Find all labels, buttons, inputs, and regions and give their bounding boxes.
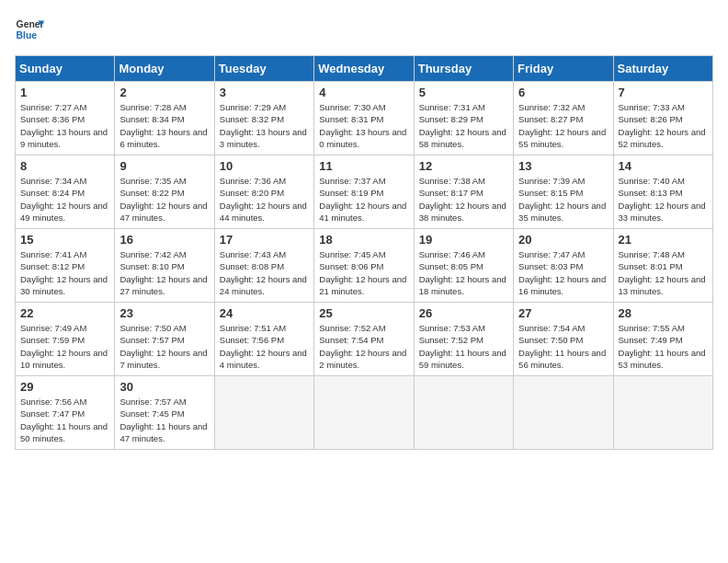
day-number: 21 <box>619 233 708 247</box>
calendar-week-row: 1Sunrise: 7:27 AMSunset: 8:36 PMDaylight… <box>16 82 713 155</box>
calendar-day: 20Sunrise: 7:47 AMSunset: 8:03 PMDayligh… <box>514 229 613 303</box>
day-number: 3 <box>220 86 309 99</box>
calendar-day: 29Sunrise: 7:56 AMSunset: 7:47 PMDayligh… <box>16 376 115 450</box>
day-number: 10 <box>220 159 309 173</box>
day-info: Sunrise: 7:46 AMSunset: 8:05 PMDaylight:… <box>419 248 508 297</box>
calendar-day: 26Sunrise: 7:53 AMSunset: 7:52 PMDayligh… <box>414 303 513 376</box>
day-number: 14 <box>619 159 708 173</box>
calendar-day: 2Sunrise: 7:28 AMSunset: 8:34 PMDaylight… <box>115 82 214 155</box>
day-number: 12 <box>419 159 508 173</box>
day-info: Sunrise: 7:28 AMSunset: 8:34 PMDaylight:… <box>119 101 209 150</box>
calendar-week-row: 15Sunrise: 7:41 AMSunset: 8:12 PMDayligh… <box>16 229 713 303</box>
day-info: Sunrise: 7:48 AMSunset: 8:01 PMDaylight:… <box>619 248 708 297</box>
day-info: Sunrise: 7:30 AMSunset: 8:31 PMDaylight:… <box>319 101 408 150</box>
svg-text:Blue: Blue <box>17 30 38 40</box>
calendar-day: 14Sunrise: 7:40 AMSunset: 8:13 PMDayligh… <box>613 155 712 229</box>
calendar-day: 17Sunrise: 7:43 AMSunset: 8:08 PMDayligh… <box>214 229 313 303</box>
day-number: 18 <box>319 233 408 247</box>
day-info: Sunrise: 7:56 AMSunset: 7:47 PMDaylight:… <box>20 396 109 444</box>
weekday-header: Sunday <box>16 56 115 82</box>
calendar-day: 19Sunrise: 7:46 AMSunset: 8:05 PMDayligh… <box>414 229 513 303</box>
day-number: 5 <box>419 86 508 99</box>
calendar-day: 1Sunrise: 7:27 AMSunset: 8:36 PMDaylight… <box>16 82 115 155</box>
calendar-day <box>314 376 414 450</box>
calendar-day: 4Sunrise: 7:30 AMSunset: 8:31 PMDaylight… <box>314 82 414 155</box>
calendar-day: 10Sunrise: 7:36 AMSunset: 8:20 PMDayligh… <box>214 155 313 229</box>
day-number: 11 <box>319 159 408 173</box>
day-info: Sunrise: 7:47 AMSunset: 8:03 PMDaylight:… <box>518 248 608 297</box>
day-number: 1 <box>20 86 109 99</box>
day-info: Sunrise: 7:55 AMSunset: 7:49 PMDaylight:… <box>619 322 708 371</box>
page-header: General Blue <box>15 15 713 44</box>
day-info: Sunrise: 7:34 AMSunset: 8:24 PMDaylight:… <box>20 175 109 224</box>
calendar-day <box>414 376 513 450</box>
day-number: 25 <box>319 306 408 320</box>
calendar-day: 21Sunrise: 7:48 AMSunset: 8:01 PMDayligh… <box>613 229 712 303</box>
day-info: Sunrise: 7:45 AMSunset: 8:06 PMDaylight:… <box>319 248 408 297</box>
day-info: Sunrise: 7:54 AMSunset: 7:50 PMDaylight:… <box>518 322 608 371</box>
day-number: 17 <box>220 233 309 247</box>
day-info: Sunrise: 7:37 AMSunset: 8:19 PMDaylight:… <box>319 175 408 224</box>
day-number: 20 <box>518 233 608 247</box>
calendar-day: 22Sunrise: 7:49 AMSunset: 7:59 PMDayligh… <box>16 303 115 376</box>
day-number: 9 <box>119 159 209 173</box>
calendar-day: 5Sunrise: 7:31 AMSunset: 8:29 PMDaylight… <box>414 82 513 155</box>
day-number: 26 <box>419 306 508 320</box>
calendar-week-row: 29Sunrise: 7:56 AMSunset: 7:47 PMDayligh… <box>16 376 713 450</box>
day-info: Sunrise: 7:29 AMSunset: 8:32 PMDaylight:… <box>220 101 309 150</box>
calendar-day: 18Sunrise: 7:45 AMSunset: 8:06 PMDayligh… <box>314 229 414 303</box>
day-info: Sunrise: 7:31 AMSunset: 8:29 PMDaylight:… <box>419 101 508 150</box>
day-number: 23 <box>119 306 209 320</box>
calendar-day: 15Sunrise: 7:41 AMSunset: 8:12 PMDayligh… <box>16 229 115 303</box>
day-info: Sunrise: 7:43 AMSunset: 8:08 PMDaylight:… <box>220 248 309 297</box>
calendar-day: 23Sunrise: 7:50 AMSunset: 7:57 PMDayligh… <box>115 303 214 376</box>
calendar-day <box>613 376 712 450</box>
weekday-header: Thursday <box>414 56 513 82</box>
calendar-week-row: 8Sunrise: 7:34 AMSunset: 8:24 PMDaylight… <box>16 155 713 229</box>
weekday-header: Wednesday <box>314 56 414 82</box>
calendar-day: 9Sunrise: 7:35 AMSunset: 8:22 PMDaylight… <box>115 155 214 229</box>
day-number: 2 <box>119 86 209 99</box>
day-number: 28 <box>619 306 708 320</box>
day-info: Sunrise: 7:52 AMSunset: 7:54 PMDaylight:… <box>319 322 408 371</box>
day-info: Sunrise: 7:33 AMSunset: 8:26 PMDaylight:… <box>619 101 708 150</box>
day-number: 13 <box>518 159 608 173</box>
calendar-day: 11Sunrise: 7:37 AMSunset: 8:19 PMDayligh… <box>314 155 414 229</box>
day-number: 30 <box>119 380 209 394</box>
day-number: 22 <box>20 306 109 320</box>
day-info: Sunrise: 7:39 AMSunset: 8:15 PMDaylight:… <box>518 175 608 224</box>
day-info: Sunrise: 7:57 AMSunset: 7:45 PMDaylight:… <box>119 396 209 444</box>
calendar-day: 30Sunrise: 7:57 AMSunset: 7:45 PMDayligh… <box>115 376 214 450</box>
calendar-day: 6Sunrise: 7:32 AMSunset: 8:27 PMDaylight… <box>514 82 613 155</box>
logo-icon: General Blue <box>15 15 44 44</box>
day-info: Sunrise: 7:41 AMSunset: 8:12 PMDaylight:… <box>20 248 109 297</box>
calendar-day: 16Sunrise: 7:42 AMSunset: 8:10 PMDayligh… <box>115 229 214 303</box>
calendar-table: SundayMondayTuesdayWednesdayThursdayFrid… <box>15 55 713 450</box>
calendar-day: 25Sunrise: 7:52 AMSunset: 7:54 PMDayligh… <box>314 303 414 376</box>
calendar-day: 24Sunrise: 7:51 AMSunset: 7:56 PMDayligh… <box>214 303 313 376</box>
day-number: 29 <box>20 380 109 394</box>
calendar-header-row: SundayMondayTuesdayWednesdayThursdayFrid… <box>16 56 713 82</box>
day-info: Sunrise: 7:27 AMSunset: 8:36 PMDaylight:… <box>20 101 109 150</box>
day-number: 27 <box>518 306 608 320</box>
weekday-header: Saturday <box>613 56 712 82</box>
day-number: 19 <box>419 233 508 247</box>
calendar-day: 28Sunrise: 7:55 AMSunset: 7:49 PMDayligh… <box>613 303 712 376</box>
day-number: 15 <box>20 233 109 247</box>
day-number: 8 <box>20 159 109 173</box>
day-number: 7 <box>619 86 708 99</box>
day-number: 4 <box>319 86 408 99</box>
calendar-week-row: 22Sunrise: 7:49 AMSunset: 7:59 PMDayligh… <box>16 303 713 376</box>
weekday-header: Monday <box>115 56 214 82</box>
day-info: Sunrise: 7:53 AMSunset: 7:52 PMDaylight:… <box>419 322 508 371</box>
day-info: Sunrise: 7:49 AMSunset: 7:59 PMDaylight:… <box>20 322 109 371</box>
calendar-day: 8Sunrise: 7:34 AMSunset: 8:24 PMDaylight… <box>16 155 115 229</box>
logo: General Blue <box>15 15 44 44</box>
day-info: Sunrise: 7:32 AMSunset: 8:27 PMDaylight:… <box>518 101 608 150</box>
day-info: Sunrise: 7:36 AMSunset: 8:20 PMDaylight:… <box>220 175 309 224</box>
day-info: Sunrise: 7:38 AMSunset: 8:17 PMDaylight:… <box>419 175 508 224</box>
calendar-day: 3Sunrise: 7:29 AMSunset: 8:32 PMDaylight… <box>214 82 313 155</box>
day-number: 24 <box>220 306 309 320</box>
calendar-day <box>514 376 613 450</box>
calendar-day: 7Sunrise: 7:33 AMSunset: 8:26 PMDaylight… <box>613 82 712 155</box>
